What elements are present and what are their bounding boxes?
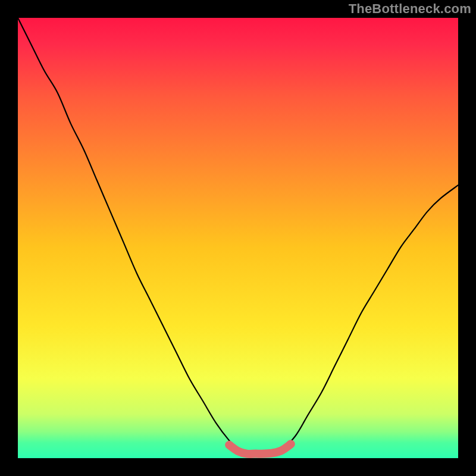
curve-layer (18, 18, 458, 458)
plot-area (18, 18, 458, 458)
chart-frame: TheBottleneck.com (0, 0, 476, 476)
bottom-accent-curve (229, 444, 291, 454)
bottleneck-curve (18, 18, 458, 454)
watermark-text: TheBottleneck.com (349, 1, 471, 17)
